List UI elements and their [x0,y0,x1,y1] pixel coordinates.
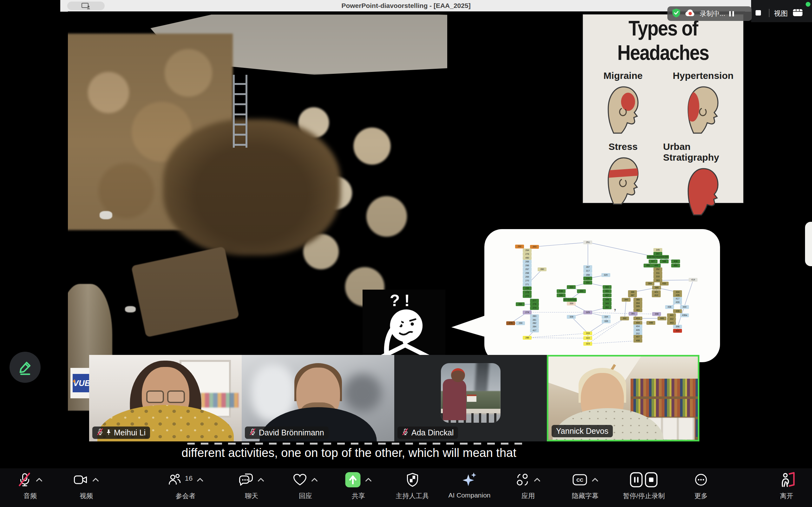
participant-tile[interactable]: David Brönnimann [242,355,394,441]
toolbar-label: 暂停/停止录制 [623,492,665,500]
matrix-node: 269 [523,275,531,279]
participant-tile[interactable]: Ada Dinckal [394,355,547,441]
pause-recording-button[interactable] [729,11,734,16]
chevron-up-icon[interactable] [311,477,318,483]
matrix-node: 350 [603,305,612,309]
chevron-up-icon[interactable] [258,477,264,483]
toolbar-record-button[interactable]: 暂停/停止录制 [623,472,665,500]
toolbar-audio-button[interactable]: 音频 [18,472,43,500]
matrix-node: 389 [633,308,642,312]
matrix-node: 365 [652,286,661,290]
matrix-node: 448/452/453/454/455 [647,255,669,259]
video-icon [73,474,88,487]
side-panel-handle[interactable] [805,222,812,266]
pause-recording-icon[interactable] [630,472,643,489]
meme-cell: Hypertension [663,65,744,135]
toolbar-label: 更多 [694,492,708,500]
head-profile-icon [678,163,728,217]
toolbar-label: 聊天 [245,492,258,500]
matrix-node: 440 [680,305,689,309]
matrix-node: 328 [567,315,576,319]
matrix-node: 290 [516,321,525,325]
glasses-shape [145,390,186,402]
matrix-node: 446 [658,317,666,320]
matrix-node: 268 [523,271,531,275]
stop-recording-icon[interactable] [645,472,658,489]
view-button-label[interactable]: 视图 [774,9,788,18]
toolbar-more-button[interactable]: 更多 [694,472,708,500]
toolbar-video-button[interactable]: 视频 [73,472,99,500]
matrix-node: 339 [567,302,576,305]
photographer-shape [443,379,466,420]
matrix-node: 283 [530,314,539,318]
matrix-node: 276 [523,252,531,256]
participant-name: Ada Dinckal [411,428,454,437]
toolbar-apps-button[interactable]: 应用 [516,472,541,500]
matrix-node: 449 [652,264,661,268]
matrix-node: 285 [523,336,531,340]
matrix-node: 251 [583,240,592,244]
security-shield-icon [672,8,681,19]
matrix-node: ? [613,308,617,313]
matrix-node: 275 [506,321,515,325]
matrix-node: 451 [644,264,653,268]
more-icon [694,473,708,488]
matrix-node: 417 [673,297,682,301]
matrix-node: 267 [523,268,531,271]
share-icon [345,472,361,489]
matrix-node: 398 [652,312,661,316]
toolbar-ai-button[interactable]: AI Companion [448,472,490,499]
participant-name-pill: Meihui Li [92,427,150,439]
matrix-node: 317 [583,269,592,273]
matrix-node: 284 [530,325,539,329]
chevron-up-icon[interactable] [534,477,541,483]
chevron-up-icon[interactable] [592,477,599,483]
toolbar-cc-button[interactable]: CC隐藏字幕 [572,472,599,500]
participant-tile[interactable]: Yannick Devos [547,355,699,441]
matrix-node: 442 [667,317,676,321]
thinking-figure: ?! [362,290,445,357]
toolbar-leave-button[interactable]: 离开 [778,472,795,500]
toolbar-chat-button[interactable]: 聊天 [239,472,264,500]
toolbar-label: 隐藏字幕 [572,492,599,500]
mic-muted-icon [402,428,409,437]
matrix-node: 345 [653,248,662,252]
matrix-node: 295 [523,286,531,290]
matrix-node: 436 [673,309,682,313]
matrix-node: 271 [523,283,531,286]
matrix-node: 340 [557,293,565,297]
chevron-up-icon[interactable] [36,477,43,483]
participant-tile[interactable]: Meihui Li [89,355,242,441]
toolbar-label: 共享 [352,492,365,500]
toolbar-reactions-button[interactable]: 回应 [293,472,318,500]
matrix-node: 443 [667,321,676,325]
matrix-node: 348 [660,260,669,263]
matrix-node: 265 [523,260,531,264]
headache-type-label: Hypertension [673,70,734,81]
matrix-node: 310 [653,275,662,279]
matrix-node: 441 [667,314,676,317]
mic-muted-icon [97,428,103,437]
chevron-up-icon[interactable] [197,477,204,483]
matrix-node: 352 [653,268,662,271]
stop-recording-button[interactable] [756,10,761,15]
matrix-node: 293 [530,245,539,249]
vub-logo-text: VUB [73,378,91,388]
matrix-node: 287 [583,265,592,269]
speech-bubble: 2922932642764502652662672682692702712952… [484,229,720,362]
matrix-node: 264 [523,248,531,252]
chevron-up-icon[interactable] [92,477,99,483]
matrix-node: 325 [583,311,592,314]
matrix-node: 445 [647,321,655,325]
chevron-up-icon[interactable] [365,477,372,483]
matrix-node: 334 [602,315,611,319]
annotation-pencil-button[interactable] [9,352,41,383]
cloud-recording-icon [684,9,696,18]
caption-clipped-line [187,443,523,445]
view-layout-icon[interactable] [792,9,803,18]
toolbar-host-button[interactable]: 主持人工具 [396,472,429,500]
toolbar-participants-button[interactable]: 16参会者 [167,472,204,500]
recording-status-label: 录制中... [700,9,725,18]
toolbar-share-button[interactable]: 共享 [345,472,372,500]
matrix-node: 391 [629,312,638,316]
